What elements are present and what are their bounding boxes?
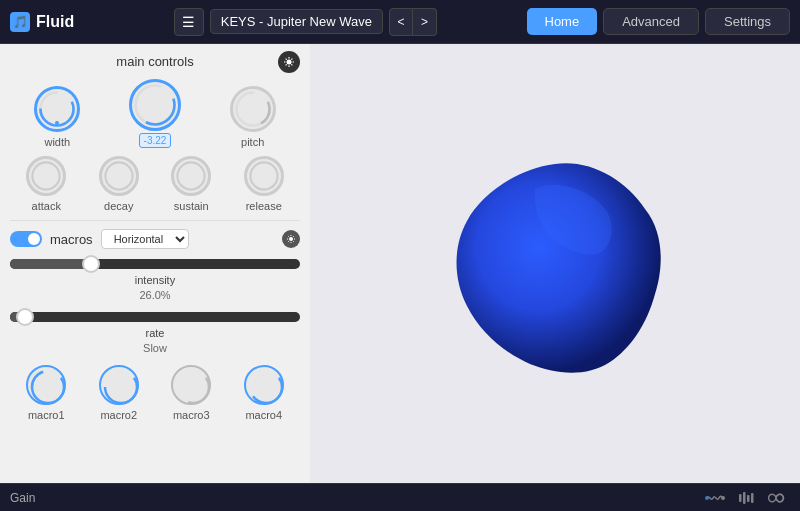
nav-arrows: < >: [389, 8, 437, 36]
decay-label: decay: [104, 200, 133, 212]
blob-visualization: [415, 124, 695, 404]
top-nav-buttons: Home Advanced Settings: [527, 8, 791, 35]
settings-button[interactable]: Settings: [705, 8, 790, 35]
macros-toggle[interactable]: [10, 231, 42, 247]
svg-point-10: [250, 162, 277, 189]
svg-point-14: [177, 371, 209, 403]
svg-point-9: [178, 162, 205, 189]
center-knob-value: -3.22: [139, 133, 172, 148]
svg-point-0: [287, 59, 292, 64]
width-knob-container: width: [34, 86, 80, 148]
macros-label: macros: [50, 232, 93, 247]
pitch-label: pitch: [241, 136, 264, 148]
macro3-label: macro3: [173, 409, 210, 421]
macro3-knob[interactable]: [171, 365, 211, 405]
width-label: width: [44, 136, 70, 148]
intensity-track[interactable]: [10, 259, 300, 269]
rate-value: Slow: [10, 341, 300, 356]
macro1-label: macro1: [28, 409, 65, 421]
macro1-knob[interactable]: [26, 365, 66, 405]
bottombar: Gain: [0, 483, 800, 511]
svg-rect-20: [747, 495, 750, 502]
macro2-label: macro2: [100, 409, 137, 421]
attack-knob[interactable]: [26, 156, 66, 196]
rate-label: rate: [10, 326, 300, 341]
pitch-knob-container: pitch: [230, 86, 276, 148]
rate-track[interactable]: [10, 312, 300, 322]
sustain-knob[interactable]: [171, 156, 211, 196]
advanced-button[interactable]: Advanced: [603, 8, 699, 35]
release-knob[interactable]: [244, 156, 284, 196]
topbar: 🎵 Fluid ☰ KEYS - Jupiter New Wave < > Ho…: [0, 0, 800, 44]
left-panel: main controls width: [0, 44, 310, 483]
logo-icon: 🎵: [10, 12, 30, 32]
svg-point-16: [705, 496, 709, 500]
width-knob[interactable]: [34, 86, 80, 132]
intensity-thumb[interactable]: [82, 255, 100, 273]
svg-point-7: [33, 162, 60, 189]
app-logo: 🎵 Fluid: [10, 12, 74, 32]
macros-dropdown[interactable]: Horizontal: [101, 229, 189, 249]
blob-container: [415, 124, 695, 404]
knob-row-2: attack decay sustain: [10, 156, 300, 212]
svg-rect-18: [739, 494, 742, 502]
center-knob[interactable]: [129, 79, 181, 131]
macro4-container: macro4: [244, 365, 284, 421]
macro2-knob[interactable]: [99, 365, 139, 405]
app-name: Fluid: [36, 13, 74, 31]
panel-header: main controls: [10, 54, 300, 69]
divider-1: [10, 220, 300, 221]
preset-name: KEYS - Jupiter New Wave: [210, 9, 383, 34]
release-label: release: [246, 200, 282, 212]
rate-info: rate Slow: [10, 326, 300, 357]
macros-header: macros Horizontal: [10, 229, 300, 249]
infinity-icon[interactable]: [768, 487, 790, 509]
intensity-fill: [10, 259, 91, 269]
panel-settings-icon[interactable]: [278, 51, 300, 73]
bottom-icons: [704, 487, 790, 509]
macro3-container: macro3: [171, 365, 211, 421]
hamburger-button[interactable]: ☰: [174, 8, 204, 36]
intensity-value: 26.0%: [10, 288, 300, 303]
nav-next-button[interactable]: >: [413, 8, 437, 36]
rate-thumb[interactable]: [16, 308, 34, 326]
intensity-label: intensity: [10, 273, 300, 288]
macro-knobs-row: macro1 macro2 macro3: [10, 365, 300, 421]
intensity-info: intensity 26.0%: [10, 273, 300, 304]
main-layout: main controls width: [0, 44, 800, 483]
attack-label: attack: [32, 200, 61, 212]
right-panel: [310, 44, 800, 483]
pitch-knob[interactable]: [230, 86, 276, 132]
svg-point-17: [721, 496, 725, 500]
wavetable-icon[interactable]: [704, 487, 726, 509]
macro2-container: macro2: [99, 365, 139, 421]
home-button[interactable]: Home: [527, 8, 598, 35]
macro1-container: macro1: [26, 365, 66, 421]
intensity-slider-section: intensity 26.0%: [10, 259, 300, 304]
toggle-thumb: [28, 233, 40, 245]
macros-gear-icon[interactable]: [282, 230, 300, 248]
decay-knob-container: decay: [99, 156, 139, 212]
release-knob-container: release: [244, 156, 284, 212]
svg-point-15: [250, 371, 282, 403]
center-knob-container: -3.22: [129, 79, 181, 148]
knob-row-1: width -3.22: [10, 79, 300, 148]
svg-point-8: [105, 162, 132, 189]
panel-title: main controls: [116, 54, 193, 69]
sustain-knob-container: sustain: [171, 156, 211, 212]
nav-prev-button[interactable]: <: [389, 8, 413, 36]
sustain-label: sustain: [174, 200, 209, 212]
rate-slider-section: rate Slow: [10, 312, 300, 357]
svg-point-11: [289, 237, 293, 241]
svg-point-13: [105, 371, 137, 403]
attack-knob-container: attack: [26, 156, 66, 212]
svg-point-12: [32, 371, 64, 403]
decay-knob[interactable]: [99, 156, 139, 196]
macro4-label: macro4: [245, 409, 282, 421]
svg-rect-21: [751, 493, 754, 503]
center-controls: ☰ KEYS - Jupiter New Wave < >: [94, 8, 516, 36]
macro4-knob[interactable]: [244, 365, 284, 405]
gain-label: Gain: [10, 491, 35, 505]
svg-rect-19: [743, 492, 746, 504]
equalizer-icon[interactable]: [736, 487, 758, 509]
